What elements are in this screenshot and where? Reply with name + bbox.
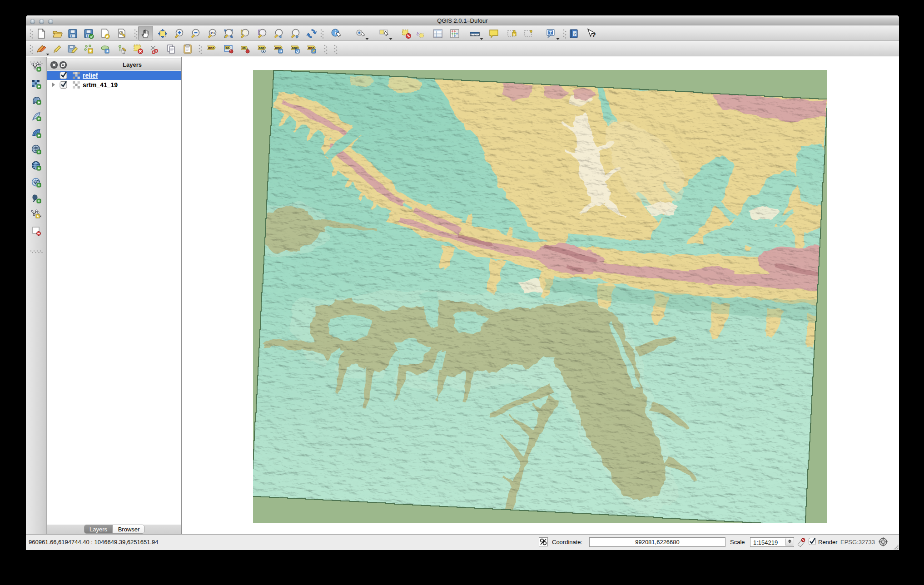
svg-text:ε: ε [417,29,420,37]
svg-text:ab: ab [226,46,229,50]
svg-text:T: T [549,30,552,35]
svg-text:relief: relief [83,72,98,79]
svg-text:abc: abc [209,46,214,50]
svg-text:1:1: 1:1 [210,31,215,35]
svg-text:srtm_41_19: srtm_41_19 [83,81,118,89]
svg-text:?: ? [573,32,576,36]
svg-text:ab: ab [242,46,246,50]
svg-text:?: ? [591,31,596,39]
svg-text:abc: abc [259,46,265,50]
